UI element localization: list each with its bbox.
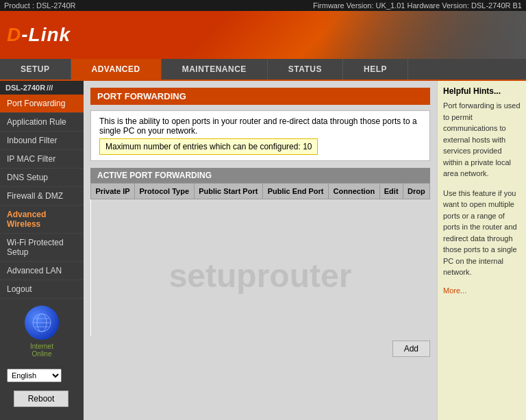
header: D-Link bbox=[0, 11, 526, 59]
sidebar-item-ip-mac-filter[interactable]: IP MAC Filter bbox=[0, 150, 84, 169]
sidebar-product-label: DSL-2740R bbox=[5, 84, 45, 92]
sidebar-item-firewall-dmz[interactable]: Firewall & DMZ bbox=[0, 187, 84, 206]
sidebar-item-port-forwarding[interactable]: Port Forwarding bbox=[0, 95, 84, 113]
add-button[interactable]: Add bbox=[392, 341, 430, 357]
content-area: PORT FORWARDING This is the ability to o… bbox=[84, 81, 437, 420]
nav-setup[interactable]: SETUP bbox=[0, 59, 71, 79]
nav-advanced[interactable]: ADVANCED bbox=[71, 59, 162, 79]
firmware-label: Firmware Version: UK_1.01 Hardware Versi… bbox=[313, 1, 522, 10]
active-section-title: ACTIVE PORT FORWARDING bbox=[90, 168, 430, 183]
col-public-end-port: Public End Port bbox=[263, 184, 329, 199]
sidebar-item-advanced-wireless[interactable]: Advanced Wireless bbox=[0, 206, 84, 234]
sidebar-divider: /// bbox=[47, 84, 53, 92]
col-drop: Drop bbox=[403, 184, 429, 199]
logo: D-Link bbox=[7, 24, 71, 46]
reboot-button[interactable]: Reboot bbox=[14, 391, 68, 407]
sidebar: DSL-2740R /// Port Forwarding Applicatio… bbox=[0, 81, 84, 420]
hints-paragraph-1: Port forwarding is used to permit commun… bbox=[443, 100, 521, 180]
main-layout: DSL-2740R /// Port Forwarding Applicatio… bbox=[0, 81, 526, 420]
table-header-row: Private IP Protocol Type Public Start Po… bbox=[91, 184, 430, 199]
status-icon bbox=[25, 306, 59, 340]
globe-icon bbox=[32, 312, 52, 333]
add-area: Add bbox=[90, 341, 430, 357]
logo-d: D bbox=[7, 24, 21, 45]
col-public-start-port: Public Start Port bbox=[194, 184, 262, 199]
nav-status[interactable]: STATUS bbox=[268, 59, 343, 79]
internet-status: InternetOnline bbox=[7, 343, 77, 358]
sidebar-item-application-rule[interactable]: Application Rule bbox=[0, 113, 84, 132]
status-area: InternetOnline bbox=[0, 299, 84, 365]
col-connection: Connection bbox=[329, 184, 379, 199]
sidebar-item-logout[interactable]: Logout bbox=[0, 280, 84, 299]
table-wrapper: Private IP Protocol Type Public Start Po… bbox=[90, 183, 430, 336]
top-bar: Product : DSL-2740R Firmware Version: UK… bbox=[0, 0, 526, 11]
info-box: This is the ability to open ports in you… bbox=[90, 110, 430, 161]
reboot-area: Reboot bbox=[0, 386, 84, 411]
hints-paragraph-2: Use this feature if you want to open mul… bbox=[443, 188, 521, 278]
sidebar-item-advanced-lan[interactable]: Advanced LAN bbox=[0, 262, 84, 280]
col-protocol-type: Protocol Type bbox=[134, 184, 194, 199]
nav-help[interactable]: HELP bbox=[343, 59, 408, 79]
col-edit: Edit bbox=[379, 184, 403, 199]
sidebar-item-wifi-protected[interactable]: Wi-Fi Protected Setup bbox=[0, 234, 84, 262]
section-title: PORT FORWARDING bbox=[90, 88, 430, 105]
col-private-ip: Private IP bbox=[91, 184, 135, 199]
product-label: Product : DSL-2740R bbox=[4, 1, 76, 10]
table-empty-row: setuprouter bbox=[91, 199, 430, 336]
hints-panel: Helpful Hints... Port forwarding is used… bbox=[437, 81, 526, 420]
language-area: English bbox=[0, 365, 84, 386]
watermark: setuprouter bbox=[169, 256, 352, 294]
info-text: This is the ability to open ports in you… bbox=[99, 116, 421, 136]
nav-maintenance[interactable]: MAINTENANCE bbox=[162, 59, 268, 79]
port-table: Private IP Protocol Type Public Start Po… bbox=[90, 183, 430, 336]
hints-title: Helpful Hints... bbox=[443, 86, 521, 96]
nav-bar: SETUP ADVANCED MAINTENANCE STATUS HELP bbox=[0, 59, 526, 81]
sidebar-item-dns-setup[interactable]: DNS Setup bbox=[0, 169, 84, 187]
hints-more-link[interactable]: More... bbox=[443, 286, 521, 295]
sidebar-item-inbound-filter[interactable]: Inbound Filter bbox=[0, 132, 84, 150]
max-entries: Maximum number of entries which can be c… bbox=[99, 138, 318, 155]
sidebar-product: DSL-2740R /// bbox=[0, 81, 84, 95]
language-select[interactable]: English bbox=[7, 369, 62, 382]
